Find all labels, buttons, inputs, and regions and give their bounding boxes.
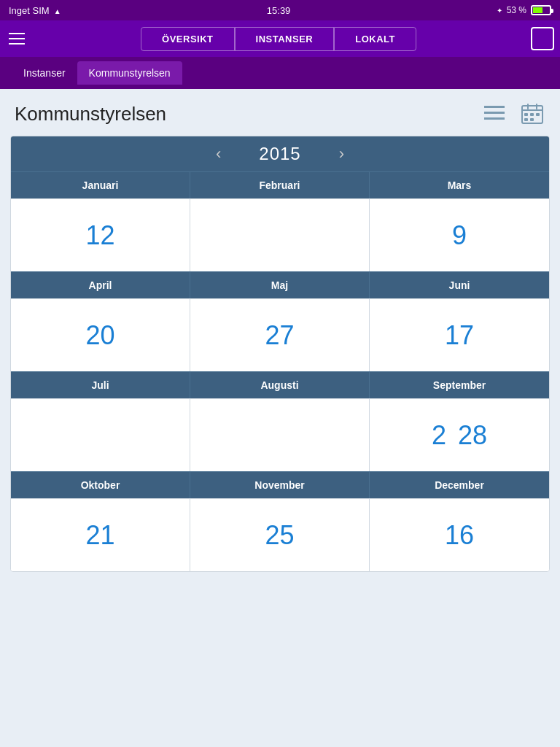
date-nov-25[interactable]: 25 — [265, 520, 294, 551]
month-cell-mars: 9 — [370, 198, 549, 271]
top-nav: ÖVERSIKT INSTANSER LOKALT — [0, 20, 560, 57]
next-year-button[interactable]: › — [330, 142, 353, 166]
month-header-januari: Januari — [11, 171, 190, 198]
month-header-december: December — [370, 471, 549, 498]
battery-bar — [531, 5, 551, 15]
month-header-juli: Juli — [11, 371, 190, 398]
calendar-view-button[interactable] — [519, 101, 545, 127]
months-grid: Januari Februari Mars 12 9 April Maj Jun… — [11, 171, 549, 571]
month-header-april: April — [11, 271, 190, 298]
month-cell-november: 25 — [190, 498, 370, 571]
date-jan-12[interactable]: 12 — [85, 220, 114, 251]
svg-rect-9 — [536, 113, 540, 116]
month-cell-juli — [11, 398, 190, 471]
bluetooth-icon — [497, 5, 502, 15]
date-dec-16[interactable]: 16 — [445, 520, 474, 551]
tab-instanser[interactable]: INSTANSER — [235, 27, 335, 51]
year-header: ‹ 2015 › — [11, 136, 549, 171]
svg-rect-10 — [524, 118, 528, 121]
month-header-september: September — [370, 371, 549, 398]
month-header-mars: Mars — [370, 171, 549, 198]
tab-lokalt[interactable]: LOKALT — [334, 27, 416, 51]
breadcrumb: Instanser Kommunstyrelsen — [0, 57, 560, 89]
date-mar-9[interactable]: 9 — [452, 220, 467, 251]
month-cell-augusti — [190, 398, 370, 471]
month-cell-oktober: 21 — [11, 498, 190, 571]
list-view-button[interactable] — [481, 101, 508, 127]
battery-percent: 53 % — [507, 5, 526, 15]
header-actions — [481, 101, 545, 127]
breadcrumb-kommunstyrelsen[interactable]: Kommunstyrelsen — [77, 61, 182, 85]
month-cell-juni: 17 — [370, 298, 549, 371]
month-header-maj: Maj — [190, 271, 370, 298]
svg-rect-2 — [484, 117, 505, 120]
svg-rect-4 — [522, 109, 542, 111]
svg-rect-1 — [484, 112, 505, 114]
month-cell-april: 20 — [11, 298, 190, 371]
nav-square-button[interactable] — [531, 27, 554, 50]
month-cell-september: 2 28 — [370, 398, 549, 471]
month-cell-december: 16 — [370, 498, 549, 571]
svg-rect-7 — [524, 113, 528, 116]
breadcrumb-instanser[interactable]: Instanser — [12, 61, 77, 85]
carrier-label: Inget SIM — [9, 5, 50, 16]
date-sep-2[interactable]: 2 — [432, 420, 446, 451]
nav-tabs: ÖVERSIKT INSTANSER LOKALT — [32, 27, 525, 51]
status-right: 53 % — [497, 5, 551, 15]
svg-rect-8 — [530, 113, 534, 116]
year-label: 2015 — [259, 144, 300, 164]
date-sep-28[interactable]: 28 — [458, 420, 487, 451]
svg-rect-5 — [527, 104, 529, 109]
svg-rect-6 — [536, 104, 537, 109]
status-bar: Inget SIM 15:39 53 % — [0, 0, 560, 20]
month-cell-januari: 12 — [11, 198, 190, 271]
svg-rect-11 — [530, 118, 534, 121]
date-apr-20[interactable]: 20 — [85, 320, 114, 351]
date-maj-27[interactable]: 27 — [265, 320, 294, 351]
tab-oversikt[interactable]: ÖVERSIKT — [141, 27, 234, 51]
month-cell-maj: 27 — [190, 298, 370, 371]
svg-rect-0 — [484, 106, 505, 108]
page-header: Kommunstyrelsen — [0, 89, 560, 136]
calendar: ‹ 2015 › Januari Februari Mars 12 9 Apri… — [10, 136, 550, 572]
date-okt-21[interactable]: 21 — [85, 520, 114, 551]
month-header-november: November — [190, 471, 370, 498]
status-time: 15:39 — [267, 5, 291, 16]
wifi-icon — [54, 5, 61, 16]
month-header-augusti: Augusti — [190, 371, 370, 398]
page-title: Kommunstyrelsen — [15, 103, 166, 125]
month-header-oktober: Oktober — [11, 471, 190, 498]
status-left: Inget SIM — [9, 5, 61, 16]
hamburger-button[interactable] — [6, 26, 32, 52]
month-header-juni: Juni — [370, 271, 549, 298]
date-jun-17[interactable]: 17 — [445, 320, 474, 351]
month-header-februari: Februari — [190, 171, 370, 198]
month-cell-februari — [190, 198, 370, 271]
prev-year-button[interactable]: ‹ — [207, 142, 230, 166]
